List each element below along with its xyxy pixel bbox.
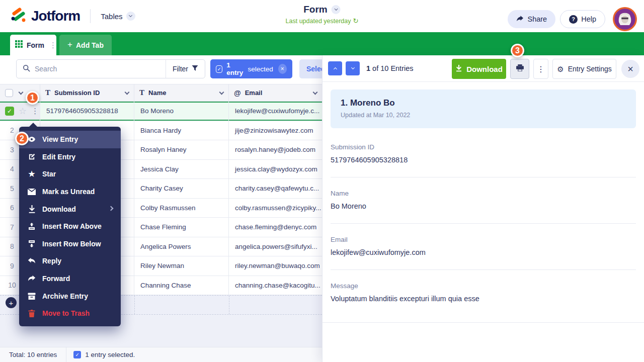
menu-item-reply[interactable]: Reply	[19, 252, 121, 270]
cell-email[interactable]: colby.rasmussen@zicypiky...	[229, 199, 322, 218]
table-row[interactable]: ✓☆⋮5179764605905328818Bo Morenolekojifew…	[0, 102, 322, 121]
entry-title: 1. Moreno Bo	[341, 98, 626, 108]
column-chevron-icon[interactable]	[313, 89, 318, 95]
email-type-icon: @	[234, 89, 241, 97]
share-button[interactable]: Share	[508, 10, 555, 28]
menu-item-view-entry[interactable]: View Entry	[19, 131, 121, 148]
cell-email[interactable]: jije@zinizowisawytez.com	[229, 121, 322, 141]
field-label: Submission ID	[331, 143, 636, 151]
cell-email[interactable]: riley.newman@buwaqo.com	[229, 256, 322, 276]
cell-name[interactable]: Angelica Powers	[134, 237, 229, 257]
header-divider	[90, 9, 91, 23]
brand[interactable]: Jotform	[10, 7, 80, 26]
filter-button[interactable]: Filter	[166, 60, 205, 78]
more-options-button[interactable]: ⋮	[533, 59, 548, 79]
star-icon[interactable]: ☆	[19, 107, 27, 116]
add-tab-button[interactable]: + Add Tab	[59, 35, 112, 55]
menu-item-move-to-trash[interactable]: Move to Trash	[19, 305, 121, 322]
entry-field-submission-id: Submission ID5179764605905328818	[331, 128, 636, 177]
question-icon: ?	[569, 15, 578, 24]
add-row-button[interactable]: +	[6, 297, 17, 308]
menu-item-insert-row-below[interactable]: Insert Row Below	[19, 235, 121, 253]
next-entry-button[interactable]	[346, 61, 360, 75]
menu-item-label: Edit Entry	[42, 153, 75, 161]
tab-form[interactable]: Form ⋮	[10, 35, 56, 55]
cell-submission-id[interactable]: 5179764605905328818	[40, 102, 134, 121]
table-toolbar: Filter ✓ 1 entry selected × Select	[0, 55, 322, 84]
row-checkbox-checked[interactable]: ✓	[5, 107, 14, 116]
cell-email[interactable]: channing.chase@kacogitu...	[229, 276, 322, 296]
menu-item-download[interactable]: Download	[19, 200, 121, 218]
search-input[interactable]	[35, 65, 166, 73]
text-type-icon: T	[45, 88, 50, 97]
column-header-submission-id[interactable]: T Submission ID	[40, 84, 134, 101]
funnel-icon	[192, 65, 198, 73]
row-selector-cell[interactable]: ✓☆⋮	[0, 102, 40, 121]
row-number: 7	[5, 223, 19, 231]
download-icon	[27, 205, 36, 213]
archive-icon	[27, 293, 36, 300]
row-number: 5	[5, 185, 19, 193]
field-label: Email	[331, 236, 636, 243]
column-header-name[interactable]: T Name	[134, 84, 229, 101]
clear-selection-icon[interactable]: ×	[278, 64, 287, 74]
cell-email[interactable]: lekojifew@cuxiwufomyje.c...	[229, 102, 322, 121]
menu-item-archive-entry[interactable]: Archive Entry	[19, 287, 121, 305]
cell-name[interactable]: Channing Chase	[134, 276, 229, 296]
cell-name[interactable]: Bo Moreno	[134, 102, 229, 121]
download-button[interactable]: Download	[452, 59, 506, 79]
top-header: Jotform Tables Form Last updated yesterd…	[0, 0, 644, 32]
cell-name[interactable]: Riley Newman	[134, 256, 229, 276]
page-title: Form	[303, 4, 328, 15]
search-icon	[23, 64, 30, 74]
menu-item-insert-row-above[interactable]: Insert Row Above	[19, 218, 121, 235]
product-switcher[interactable]: Tables	[101, 12, 135, 21]
grid-icon	[15, 40, 23, 50]
previous-entry-button[interactable]	[328, 61, 342, 75]
row-kebab-icon[interactable]: ⋮	[31, 107, 39, 116]
print-button[interactable]	[510, 59, 529, 79]
cell-email[interactable]: rosalyn.haney@jodeb.com	[229, 140, 322, 160]
cell-name[interactable]: Colby Rasmussen	[134, 199, 229, 218]
close-panel-button[interactable]: ×	[621, 60, 639, 78]
cell-name[interactable]: Bianca Hardy	[134, 121, 229, 141]
table-header: T Submission ID T Name @ Email	[0, 84, 322, 102]
insert-above-icon	[27, 223, 36, 230]
title-chevron-down-icon[interactable]	[332, 5, 341, 14]
menu-item-edit-entry[interactable]: Edit Entry	[19, 148, 121, 166]
entry-fields: Submission ID5179764605905328818NameBo M…	[331, 128, 636, 316]
menu-item-forward[interactable]: Forward	[19, 270, 121, 288]
column-header-email[interactable]: @ Email	[229, 84, 322, 101]
entry-detail-panel: 1 of 10 Entries Download ⋮ ⚙ Entry Setti…	[322, 55, 644, 362]
brand-wordmark: Jotform	[31, 8, 80, 24]
tab-options-icon[interactable]: ⋮	[49, 41, 57, 50]
select-all-checkbox[interactable]	[5, 89, 13, 97]
cell-name[interactable]: Chase Fleming	[134, 218, 229, 237]
cell-email[interactable]: angelica.powers@sifufyxi...	[229, 237, 322, 257]
cell-name[interactable]: Jessica Clay	[134, 160, 229, 179]
cell-name[interactable]: Rosalyn Haney	[134, 140, 229, 160]
field-value: lekojifew@cuxiwufomyje.com	[331, 248, 636, 256]
entry-field-message: MessageVoluptatum blanditiis excepturi i…	[331, 270, 636, 316]
printer-icon	[516, 64, 524, 74]
header-chevron-down-icon[interactable]	[19, 89, 24, 95]
row-number: 4	[5, 165, 19, 173]
menu-item-label: Reply	[42, 257, 61, 265]
column-chevron-icon[interactable]	[219, 89, 224, 95]
cell-email[interactable]: jessica.clay@wydozyx.com	[229, 160, 322, 179]
refresh-icon[interactable]: ↻	[353, 17, 359, 25]
menu-item-label: Forward	[42, 275, 70, 283]
menu-item-star[interactable]: ★Star	[19, 165, 121, 183]
cell-email[interactable]: charity.casey@qafewytu.c...	[229, 179, 322, 199]
column-chevron-icon[interactable]	[125, 89, 130, 95]
selected-checkbox-icon[interactable]: ✓	[73, 351, 81, 358]
entries-selected-button[interactable]: ✓ 1 entry selected ×	[210, 59, 292, 78]
cell-name[interactable]: Charity Casey	[134, 179, 229, 199]
entry-settings-button[interactable]: ⚙ Entry Settings	[552, 59, 616, 79]
cell-email[interactable]: chase.fleming@denyc.com	[229, 218, 322, 237]
menu-item-mark-as-unread[interactable]: Mark as Unread	[19, 183, 121, 201]
avatar[interactable]	[613, 7, 637, 31]
product-label: Tables	[101, 12, 122, 21]
field-value: 5179764605905328818	[331, 156, 636, 164]
help-button[interactable]: ? Help	[560, 10, 605, 28]
